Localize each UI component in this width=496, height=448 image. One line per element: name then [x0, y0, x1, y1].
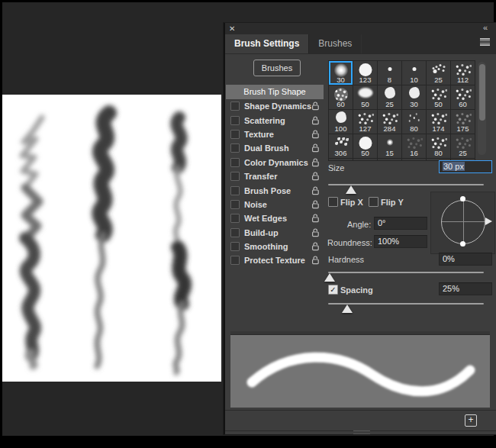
roundness-handle-bottom[interactable] — [460, 241, 465, 247]
brush-preset[interactable]: 174 — [427, 110, 450, 134]
sidebar-item-shape-dynamics[interactable]: Shape Dynamics — [226, 99, 324, 113]
panel-titlebar: ✕ « — [225, 23, 496, 34]
panel-resize-handle[interactable] — [353, 430, 370, 434]
brush-preset[interactable]: 30 — [329, 61, 353, 85]
brush-preset[interactable]: 80 — [402, 110, 426, 134]
brush-preset[interactable]: 25 — [378, 85, 401, 109]
brush-preset[interactable]: 8 — [378, 61, 401, 85]
brush-strokes-artwork — [2, 95, 221, 382]
angle-roundness-widget[interactable] — [430, 192, 495, 254]
sidebar-item-color-dynamics[interactable]: Color Dynamics — [226, 156, 324, 169]
lock-icon[interactable] — [311, 116, 320, 125]
checkbox[interactable] — [230, 186, 240, 195]
sidebar-item-wet-edges[interactable]: Wet Edges — [226, 211, 324, 225]
flip-y-checkbox[interactable] — [369, 197, 378, 207]
sidebar-item-brush-tip-shape[interactable]: Brush Tip Shape — [226, 85, 324, 99]
brush-preset[interactable]: 15 — [378, 134, 401, 158]
lock-icon[interactable] — [311, 158, 320, 167]
size-label: Size — [328, 163, 344, 172]
brush-preset[interactable]: 60 — [329, 85, 353, 109]
brush-preset[interactable]: 16 — [402, 134, 426, 158]
sidebar-item-build-up[interactable]: Build-up — [226, 226, 324, 240]
hardness-slider-thumb[interactable] — [324, 273, 335, 282]
brush-preset[interactable] — [378, 159, 401, 161]
spacing-slider-thumb[interactable] — [342, 305, 353, 313]
hardness-input[interactable]: 0% — [439, 253, 492, 266]
hardness-slider-track[interactable] — [328, 272, 484, 273]
brush-preset[interactable] — [402, 159, 426, 161]
brush-preset[interactable] — [353, 159, 377, 161]
brush-preset[interactable]: 50 — [353, 134, 377, 158]
brush-preset[interactable]: 30 — [402, 85, 426, 109]
checkbox[interactable] — [230, 143, 240, 153]
brush-preset[interactable]: 50 — [427, 85, 450, 109]
brushes-button[interactable]: Brushes — [253, 60, 301, 76]
lock-icon[interactable] — [311, 228, 320, 237]
lock-icon[interactable] — [311, 172, 320, 181]
checkbox[interactable] — [230, 130, 240, 139]
collapse-panel-icon[interactable]: « — [483, 23, 487, 32]
sidebar-item-transfer[interactable]: Transfer — [226, 169, 324, 183]
flip-x-label: Flip X — [340, 198, 363, 207]
brush-preset[interactable]: 123 — [353, 61, 377, 85]
lock-icon[interactable] — [311, 143, 320, 153]
checkbox[interactable] — [230, 242, 240, 251]
sidebar-item-scattering[interactable]: Scattering — [226, 113, 324, 127]
lock-icon[interactable] — [311, 256, 320, 265]
brush-preset[interactable]: 306 — [329, 134, 353, 158]
checkbox[interactable] — [230, 214, 240, 223]
checkbox[interactable] — [230, 256, 240, 265]
brush-preset[interactable]: 50 — [353, 85, 377, 109]
sidebar-item-texture[interactable]: Texture — [226, 127, 324, 141]
lock-icon[interactable] — [311, 214, 320, 223]
checkbox[interactable] — [230, 158, 240, 167]
brush-thumbnail — [455, 137, 472, 150]
checkbox[interactable] — [230, 116, 240, 125]
sidebar-item-noise[interactable]: Noise — [226, 198, 324, 211]
tab-brush-settings[interactable]: Brush Settings — [225, 34, 309, 53]
roundness-input[interactable]: 100% — [374, 235, 427, 248]
brush-thumbnail — [455, 88, 472, 101]
angle-input[interactable]: 0° — [374, 217, 427, 230]
close-icon[interactable]: ✕ — [229, 24, 235, 34]
checkbox[interactable] — [230, 228, 240, 237]
size-input[interactable]: 30 px — [439, 160, 492, 173]
checkbox[interactable] — [230, 102, 240, 111]
lock-icon[interactable] — [311, 200, 320, 209]
brush-thumbnail — [358, 88, 372, 98]
angle-arrow[interactable] — [485, 218, 492, 225]
lock-icon[interactable] — [311, 130, 320, 139]
checkbox[interactable] — [230, 200, 240, 209]
brush-preset[interactable] — [329, 159, 353, 161]
brush-preset[interactable]: 127 — [353, 110, 377, 134]
angle-circle[interactable] — [441, 200, 485, 244]
tab-brushes[interactable]: Brushes — [309, 34, 362, 53]
brush-preset[interactable]: 80 — [427, 134, 450, 158]
scrollbar-thumb[interactable] — [479, 64, 485, 121]
checkbox[interactable] — [230, 172, 240, 181]
spacing-input[interactable]: 25% — [439, 282, 492, 295]
flip-x-checkbox[interactable] — [328, 197, 338, 207]
sidebar-item-smoothing[interactable]: Smoothing — [226, 240, 324, 253]
sidebar-item-brush-pose[interactable]: Brush Pose — [226, 183, 324, 197]
brush-preset[interactable]: 284 — [378, 110, 401, 134]
panel-menu-icon[interactable] — [480, 38, 490, 46]
document-canvas[interactable] — [2, 95, 221, 382]
brush-preset[interactable]: 25 — [427, 61, 450, 85]
sidebar-item-protect-texture[interactable]: Protect Texture — [226, 253, 324, 267]
brush-preset[interactable]: 10 — [402, 61, 426, 85]
lock-icon[interactable] — [311, 102, 320, 111]
brush-preset[interactable]: 175 — [451, 110, 475, 134]
sidebar-item-dual-brush[interactable]: Dual Brush — [226, 141, 324, 155]
grid-scrollbar[interactable] — [478, 62, 486, 155]
create-new-brush-icon[interactable]: + — [465, 414, 477, 427]
brush-preset[interactable]: 25 — [451, 134, 475, 158]
roundness-handle-top[interactable] — [460, 196, 465, 201]
lock-icon[interactable] — [311, 186, 320, 195]
lock-icon[interactable] — [311, 242, 320, 251]
brush-preset[interactable]: 112 — [451, 61, 475, 85]
brush-preset[interactable]: 100 — [329, 110, 353, 134]
brush-preset[interactable]: 60 — [451, 85, 475, 109]
size-slider-thumb[interactable] — [346, 185, 356, 194]
spacing-checkbox[interactable]: ✓ — [328, 285, 338, 295]
